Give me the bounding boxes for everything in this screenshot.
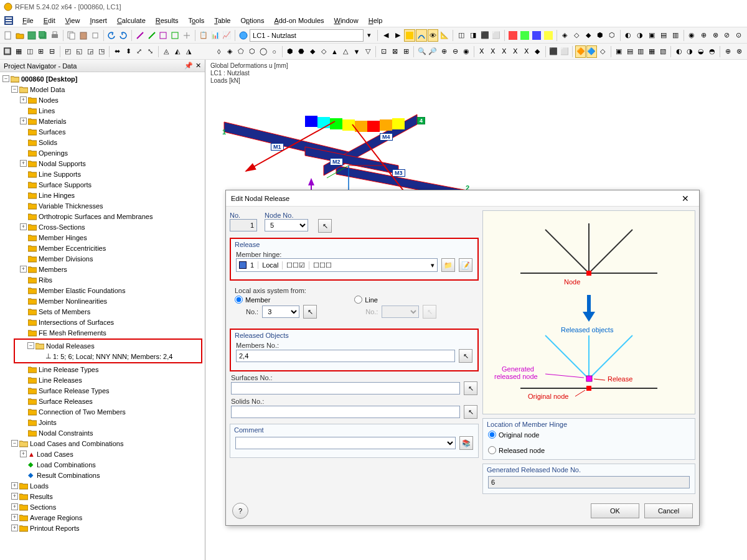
tree-item-nodal-supports[interactable]: + Nodal Supports	[0, 158, 205, 169]
t2-d-icon[interactable]: ⤡	[145, 45, 156, 58]
tree-item-line-release-types[interactable]: Line Release Types	[0, 364, 205, 375]
redo-icon[interactable]	[118, 29, 129, 42]
tree-item-nodal-constraints[interactable]: Nodal Constraints	[0, 427, 205, 438]
tree-item-member-elastic-foundations[interactable]: Member Elastic Foundations	[0, 285, 205, 296]
copy-icon[interactable]	[66, 29, 77, 42]
loc-released-radio[interactable]: Released node	[488, 446, 690, 454]
t2-as-icon[interactable]: ▧	[658, 45, 669, 58]
s2-icon[interactable]: ◑	[634, 29, 646, 42]
t2-ao-icon[interactable]: ▣	[613, 45, 624, 58]
t2-aa-icon[interactable]: ⊕	[439, 45, 449, 58]
tool2-icon[interactable]: 📊	[210, 29, 221, 42]
tree-item-surfaces[interactable]: Surfaces	[0, 126, 205, 137]
t2-af-icon[interactable]: Ⅹ	[499, 45, 510, 58]
c2-icon[interactable]	[519, 29, 530, 42]
print-icon[interactable]	[49, 29, 60, 42]
saveall-icon[interactable]	[37, 29, 49, 42]
t2-v-icon[interactable]: ⊡	[378, 45, 389, 58]
tree-load-cases[interactable]: + ▲ Load Cases	[0, 449, 205, 459]
tree-item-fe-mesh-refinements[interactable]: FE Mesh Refinements	[0, 327, 205, 338]
tree-root[interactable]: − 000860 [Desktop]	[0, 73, 205, 84]
menu-options[interactable]: Options	[235, 16, 269, 26]
tree-item-member-nonlinearities[interactable]: Member Nonlinearities	[0, 296, 205, 306]
tree-item-connection-of-two-members[interactable]: Connection of Two Members	[0, 406, 205, 417]
undo-icon[interactable]	[106, 29, 117, 42]
arrow-right-icon[interactable]: ▶	[392, 29, 403, 42]
t2-e-icon[interactable]: ◬	[161, 45, 172, 58]
tree-average-regions[interactable]: + Average Regions	[0, 512, 205, 523]
menu-tools[interactable]: Tools	[183, 16, 209, 26]
tree-item-nodes[interactable]: + Nodes	[0, 95, 205, 105]
tree-nodal-releases[interactable]: − Nodal Releases	[16, 340, 200, 351]
t2-4-icon[interactable]: ⊞	[35, 45, 46, 58]
menu-addon[interactable]: Add-on Modules	[269, 16, 329, 26]
res1-icon[interactable]	[404, 29, 415, 42]
tree-item-surface-releases[interactable]: Surface Releases	[0, 396, 205, 406]
t2-z-icon[interactable]: 🔎	[428, 45, 438, 58]
new-icon[interactable]	[2, 29, 14, 42]
tree-nodal-release-1[interactable]: ⊥ 1: 5; 6; Local; NNY NNN; Members: 2,4	[16, 351, 200, 362]
res2-icon[interactable]	[416, 29, 427, 42]
e3-icon[interactable]: ⊗	[710, 29, 721, 42]
t2-h-icon[interactable]: ◊	[214, 45, 224, 58]
axis-member-radio[interactable]: Member	[235, 296, 317, 304]
pick-members-icon[interactable]: ↖	[459, 349, 472, 363]
t2-g-icon[interactable]: ◮	[183, 45, 194, 58]
t2-al-icon[interactable]: 🔶	[575, 45, 586, 58]
t2-ad-icon[interactable]: Ⅹ	[477, 45, 487, 58]
type4-icon[interactable]	[169, 29, 181, 42]
t2-s-icon[interactable]: △	[341, 45, 351, 58]
menu-insert[interactable]: Insert	[85, 16, 112, 26]
surfaces-no-input[interactable]	[231, 382, 460, 394]
t2-3-icon[interactable]: ◫	[25, 45, 35, 58]
t2-y-icon[interactable]: 🔍	[416, 45, 427, 58]
loadcase-select[interactable]	[250, 29, 363, 42]
t2-av-icon[interactable]: ◒	[696, 45, 707, 58]
t2-m-icon[interactable]: ○	[269, 45, 280, 58]
axis-member-no-select[interactable]: 3	[262, 306, 299, 318]
t2-j-icon[interactable]: ⬠	[236, 45, 247, 58]
t2-c-icon[interactable]: ⤢	[134, 45, 144, 58]
t2-a-icon[interactable]: ⬌	[112, 45, 123, 58]
c3-icon[interactable]	[531, 29, 542, 42]
t2-q-icon[interactable]: ◇	[318, 45, 329, 58]
tree-printout-reports[interactable]: + Printout Reports	[0, 523, 205, 533]
tree-model-data[interactable]: − Model Data	[0, 84, 205, 95]
s4-icon[interactable]: ▤	[658, 29, 669, 42]
t2-ap-icon[interactable]: ▤	[624, 45, 635, 58]
t2-ac-icon[interactable]: ◉	[461, 45, 471, 58]
tree-load-combinations[interactable]: ◆ Load Combinations	[0, 459, 205, 470]
node-no-select[interactable]: 5	[265, 219, 308, 231]
t2-x-icon[interactable]: ⊞	[401, 45, 411, 58]
tree-item-ribs[interactable]: Ribs	[0, 274, 205, 285]
type5-icon[interactable]	[181, 29, 192, 42]
iso3-icon[interactable]: ◆	[583, 29, 594, 42]
axis-line-radio[interactable]: Line	[354, 296, 436, 304]
tree-item-line-releases[interactable]: Line Releases	[0, 375, 205, 385]
t2-l-icon[interactable]: ◯	[258, 45, 268, 58]
members-no-input[interactable]	[236, 350, 455, 362]
tree-item-member-hinges[interactable]: Member Hinges	[0, 232, 205, 243]
t2-9-icon[interactable]: ◳	[96, 45, 106, 58]
t2-ay-icon[interactable]: ⊗	[734, 45, 745, 58]
t2-u-icon[interactable]: ▽	[362, 45, 373, 58]
pick-solids-icon[interactable]: ↖	[464, 405, 477, 419]
tree-item-members[interactable]: + Members	[0, 264, 205, 274]
tree-item-surface-release-types[interactable]: Surface Release Types	[0, 385, 205, 396]
t2-5-icon[interactable]: ⊟	[47, 45, 57, 58]
c1-icon[interactable]	[507, 29, 519, 42]
tree-item-intersections-of-surfaces[interactable]: Intersections of Surfaces	[0, 317, 205, 327]
t2-o-icon[interactable]: ⬣	[296, 45, 307, 58]
res3-icon[interactable]: 👁	[428, 29, 439, 42]
t2-1-icon[interactable]: 🔲	[2, 45, 13, 58]
e2-icon[interactable]: ⊕	[698, 29, 709, 42]
type2-icon[interactable]	[146, 29, 157, 42]
solids-no-input[interactable]	[231, 406, 460, 418]
dup-icon[interactable]	[90, 29, 101, 42]
menu-results[interactable]: Results	[151, 16, 184, 26]
tree-loads[interactable]: + Loads	[0, 480, 205, 491]
tree-item-member-eccentricities[interactable]: Member Eccentricities	[0, 243, 205, 253]
res4-icon[interactable]: 📐	[439, 29, 450, 42]
tree-item-sets-of-members[interactable]: Sets of Members	[0, 306, 205, 317]
c4-icon[interactable]	[543, 29, 554, 42]
